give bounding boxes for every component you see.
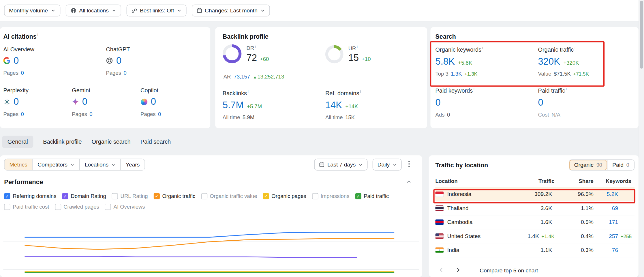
traffic-value: 309.2K bbox=[534, 191, 552, 197]
ai-citations-count[interactable]: 0 bbox=[151, 96, 156, 107]
value-label: Value bbox=[538, 70, 551, 76]
years-tab[interactable]: Years bbox=[120, 159, 144, 170]
ai-citation-item-chatgpt: ChatGPT 0 Pages0 bbox=[106, 46, 209, 76]
chevron-right-icon bbox=[455, 267, 461, 273]
backlinks-delta: +5.7M bbox=[247, 103, 262, 109]
table-row-thailand[interactable]: Thailand 3.6K 1.1% 69 bbox=[435, 201, 635, 215]
site-explorer-overview-page: Monthly volume All locations Best links:… bbox=[0, 0, 644, 277]
more-options-button[interactable] bbox=[407, 159, 412, 170]
scrollbar-thumb[interactable] bbox=[640, 1, 643, 69]
pages-count[interactable]: 0 bbox=[21, 70, 24, 76]
best-links-dropdown[interactable]: Best links: Off bbox=[126, 5, 186, 16]
date-range-dropdown[interactable]: Last 7 days bbox=[314, 159, 367, 171]
keywords-link[interactable]: 171 bbox=[602, 219, 618, 225]
changes-period-label: Changes: Last month bbox=[205, 8, 258, 14]
metric-checkbox-referring-domains[interactable]: Referring domains bbox=[4, 193, 56, 199]
ref-domains-value[interactable]: 14K bbox=[325, 99, 342, 110]
pages-label: Pages bbox=[106, 70, 121, 76]
info-icon: i bbox=[574, 46, 575, 50]
metric-checkbox-paid-traffic[interactable]: Paid traffic bbox=[355, 193, 389, 199]
cambodia-flag-icon bbox=[435, 219, 444, 225]
pages-count[interactable]: 0 bbox=[158, 111, 161, 117]
pages-count[interactable]: 0 bbox=[21, 111, 24, 117]
top3-value[interactable]: 1.3K bbox=[451, 70, 462, 76]
metric-checkbox-domain-rating[interactable]: Domain Rating bbox=[62, 193, 106, 199]
organic-keywords-value[interactable]: 5.8K bbox=[435, 56, 455, 67]
ai-citations-count[interactable]: 0 bbox=[14, 55, 19, 66]
collapse-section-button[interactable] bbox=[406, 179, 412, 186]
previous-page-button[interactable] bbox=[435, 265, 448, 276]
chevron-down-icon bbox=[393, 162, 397, 166]
pages-count[interactable]: 0 bbox=[89, 111, 92, 117]
dr-value-row: 72+60 bbox=[246, 52, 269, 63]
vertical-scrollbar[interactable] bbox=[639, 0, 644, 277]
granularity-label: Daily bbox=[378, 162, 390, 168]
changes-period-dropdown[interactable]: Changes: Last month bbox=[192, 5, 270, 16]
column-header-traffic[interactable]: Traffic bbox=[501, 178, 554, 184]
locations-dropdown[interactable]: Locations bbox=[79, 159, 120, 170]
next-page-button[interactable] bbox=[452, 265, 464, 276]
table-row-indonesia[interactable]: Indonesia 309.2K 96.5% 5.2K bbox=[435, 187, 635, 201]
tab-backlink-profile[interactable]: Backlink profile bbox=[43, 136, 82, 148]
keywords-link[interactable]: 76 bbox=[602, 247, 618, 253]
table-row-cambodia[interactable]: Cambodia 1.6K 0.5% 171 bbox=[435, 215, 635, 229]
organic-traffic-value[interactable]: 320K bbox=[538, 56, 560, 67]
india-flag-icon bbox=[435, 247, 444, 253]
competitors-label: Competitors bbox=[37, 162, 67, 168]
paid-toggle-button[interactable]: Paid 0 bbox=[607, 160, 634, 170]
paid-keywords-value[interactable]: 0 bbox=[435, 97, 441, 108]
kebab-icon bbox=[408, 161, 410, 167]
locations-filter-dropdown[interactable]: All locations bbox=[65, 5, 121, 16]
organic-toggle-button[interactable]: Organic 90 bbox=[569, 160, 607, 170]
ai-citations-title: AI citationsi bbox=[3, 33, 38, 40]
backlinks-stat: Backlinksi 5.7M+5.7M All time5.9M bbox=[223, 89, 321, 120]
compare-top5-link[interactable]: Compare top 5 on chart bbox=[480, 267, 538, 274]
organic-count-badge: 90 bbox=[596, 162, 602, 168]
tab-general[interactable]: General bbox=[2, 136, 33, 148]
ar-value[interactable]: 73,157 bbox=[234, 74, 250, 80]
ai-citations-count[interactable]: 0 bbox=[82, 96, 87, 107]
chevron-left-icon bbox=[439, 267, 444, 273]
organic-keywords-stat: Organic keywordsi 5.8K+5.8K Top 31.3K+1.… bbox=[435, 46, 534, 76]
metric-checkbox-paid-traffic-cost[interactable]: Paid traffic cost bbox=[4, 204, 49, 210]
metric-checkbox-url-rating[interactable]: URL Rating bbox=[112, 193, 148, 199]
domain-rating-block: DRi 72+60 bbox=[223, 44, 269, 63]
metric-checkbox-organic-traffic[interactable]: Organic traffic bbox=[154, 193, 196, 199]
traffic-value: 1.4K bbox=[527, 233, 539, 239]
column-header-location[interactable]: Location bbox=[435, 178, 501, 184]
ads-value: 0 bbox=[447, 112, 450, 118]
metric-checkbox-impressions[interactable]: Impressions bbox=[312, 193, 350, 199]
ai-citations-count[interactable]: 0 bbox=[116, 55, 121, 66]
metric-checkbox-ai-overviews[interactable]: AI Overviews bbox=[105, 204, 145, 210]
keywords-link[interactable]: 257 bbox=[602, 233, 618, 239]
keywords-link[interactable]: 5.2K bbox=[602, 191, 618, 197]
calendar-icon bbox=[319, 162, 324, 167]
paid-traffic-stat: Paid traffici 0 CostN/A bbox=[538, 87, 637, 118]
performance-chart[interactable] bbox=[0, 219, 422, 277]
metrics-tab[interactable]: Metrics bbox=[5, 159, 32, 170]
tab-paid-search[interactable]: Paid search bbox=[140, 136, 171, 148]
metric-label: Crawled pages bbox=[63, 204, 99, 210]
share-value: 1.1% bbox=[555, 205, 594, 211]
backlinks-value[interactable]: 5.7M bbox=[223, 99, 244, 110]
paid-traffic-value[interactable]: 0 bbox=[538, 97, 543, 108]
tab-organic-search[interactable]: Organic search bbox=[92, 136, 131, 148]
granularity-dropdown[interactable]: Daily bbox=[373, 159, 402, 171]
metric-label: URL Rating bbox=[121, 193, 148, 199]
organic-keywords-label: Organic keywordsi bbox=[435, 46, 534, 53]
metric-checkbox-crawled-pages[interactable]: Crawled pages bbox=[55, 204, 99, 210]
competitors-dropdown[interactable]: Competitors bbox=[32, 159, 79, 170]
country-name: Cambodia bbox=[447, 219, 473, 225]
metric-checkbox-organic-pages[interactable]: Organic pages bbox=[263, 193, 306, 199]
ai-citations-count[interactable]: 0 bbox=[14, 96, 19, 107]
pages-count[interactable]: 0 bbox=[123, 70, 126, 76]
metric-checkbox-organic-traffic-value[interactable]: Organic traffic value bbox=[201, 193, 257, 199]
column-header-share[interactable]: Share bbox=[555, 178, 594, 184]
table-row-united-states[interactable]: United States 1.4K+1.4K 0.4% 257+255 bbox=[435, 229, 635, 243]
table-row-india[interactable]: India 1.1K 0.3% 76 bbox=[435, 243, 635, 257]
top3-label: Top 3 bbox=[435, 70, 448, 76]
monthly-volume-dropdown[interactable]: Monthly volume bbox=[4, 5, 60, 16]
column-header-keywords[interactable]: Keywords bbox=[594, 178, 634, 184]
info-icon: i bbox=[360, 89, 361, 93]
keywords-link[interactable]: 69 bbox=[602, 205, 618, 211]
